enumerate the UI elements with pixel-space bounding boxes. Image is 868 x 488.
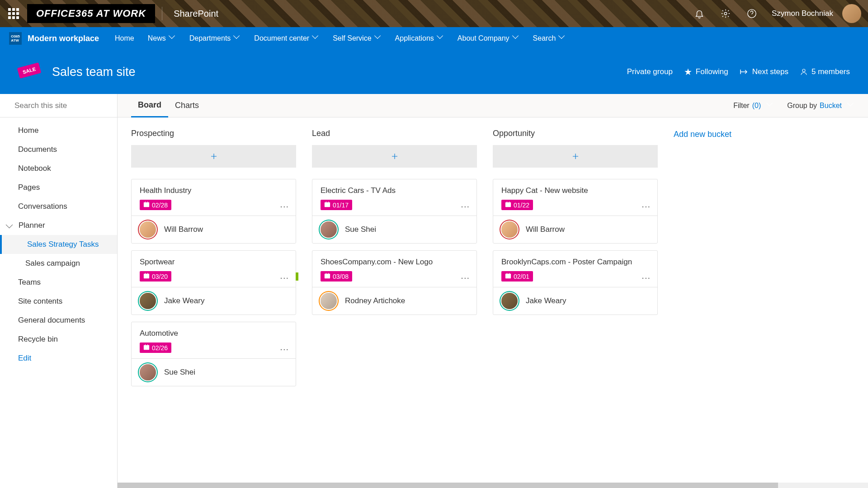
svg-rect-5 [144,274,149,279]
tab-bar: Board Charts Filter (0) Group by Bucket [118,94,868,117]
task-assignee[interactable]: Jake Weary [132,287,296,314]
task-card[interactable]: Health Industry02/28···Will Barrow [131,179,296,244]
search-input[interactable] [14,101,110,110]
group-by-button[interactable]: Group by Bucket [787,102,854,110]
hub-link-self-service[interactable]: Self Service [326,27,388,50]
bucket: ProspectingHealth Industry02/28···Will B… [131,129,296,393]
task-title: Happy Cat - New website [501,186,649,195]
task-assignee[interactable]: Sue Shei [312,216,476,243]
task-card[interactable]: Electric Cars - TV Ads01/17···Sue Shei [312,179,477,244]
svg-rect-6 [144,345,149,350]
hub-nav: O365ATW Modern workplace HomeNewsDepartm… [0,27,868,50]
members-button[interactable]: 5 members [800,67,850,76]
chevron-down-icon [559,35,566,42]
task-card[interactable]: ShoesCompany.com - New Logo03/08···Rodne… [312,250,477,315]
task-menu-button[interactable]: ··· [461,272,470,283]
next-steps-button[interactable]: Next steps [740,67,788,76]
hub-link-about-company[interactable]: About Company [451,27,526,50]
task-due-date: 03/08 [321,271,352,282]
assignee-avatar [501,221,518,238]
add-task-button[interactable] [131,145,296,168]
user-avatar[interactable] [842,4,861,23]
nav-item-general-documents[interactable]: General documents [0,311,117,330]
nav-item-pages[interactable]: Pages [0,178,117,197]
task-menu-button[interactable]: ··· [642,272,651,283]
hub-title[interactable]: Modern workplace [28,34,99,43]
help-icon[interactable] [741,3,763,24]
task-card[interactable]: Automotive02/26···Sue Shei [131,322,296,386]
task-due-date: 03/20 [140,271,171,282]
nav-item-edit[interactable]: Edit [0,349,117,368]
assignee-avatar [140,221,156,238]
add-task-button[interactable] [493,145,658,168]
assignee-name: Jake Weary [526,296,566,305]
svg-rect-9 [505,202,511,207]
hub-logo[interactable]: O365ATW [9,32,22,45]
nav-item-home[interactable]: Home [0,121,117,140]
suite-bar: OFFICE365 AT WORK SharePoint Szymon Boch… [0,0,868,27]
bucket-title[interactable]: Lead [312,129,477,138]
tab-charts[interactable]: Charts [168,94,206,117]
task-assignee[interactable]: Sue Shei [132,358,296,386]
assignee-avatar [321,293,337,309]
chevron-down-icon [848,103,854,109]
task-card[interactable]: Happy Cat - New website01/22···Will Barr… [493,179,658,244]
task-assignee[interactable]: Will Barrow [132,216,296,243]
assignee-avatar [321,221,337,238]
hub-link-document-center[interactable]: Document center [247,27,326,50]
calendar-icon [505,201,511,209]
left-nav: HomeDocumentsNotebookPagesConversationsP… [0,94,118,488]
nav-item-recycle-bin[interactable]: Recycle bin [0,330,117,349]
nav-item-planner[interactable]: Planner [0,216,117,235]
hub-link-news[interactable]: News [141,27,183,50]
hub-link-applications[interactable]: Applications [388,27,451,50]
task-assignee[interactable]: Rodney Artichoke [312,287,476,314]
bucket-title[interactable]: Opportunity [493,129,658,138]
chevron-down-icon [438,35,444,42]
task-menu-button[interactable]: ··· [280,201,289,211]
hub-link-search[interactable]: Search [526,27,573,50]
filter-button[interactable]: Filter (0) [733,102,774,110]
nav-item-documents[interactable]: Documents [0,140,117,159]
plus-icon [571,152,580,160]
task-menu-button[interactable]: ··· [280,272,289,283]
user-name[interactable]: Szymon Bochniak [767,9,838,18]
app-name[interactable]: SharePoint [162,7,230,20]
task-title: Sportwear [140,258,288,267]
hub-link-home[interactable]: Home [108,27,141,50]
task-assignee[interactable]: Will Barrow [493,216,657,243]
nav-item-notebook[interactable]: Notebook [0,159,117,178]
task-assignee[interactable]: Jake Weary [493,287,657,314]
task-menu-button[interactable]: ··· [642,201,651,211]
nav-item-sales-strategy-tasks[interactable]: Sales Strategy Tasks [0,235,117,254]
app-launcher-icon[interactable] [0,0,27,27]
task-card[interactable]: Sportwear03/20···Jake Weary [131,250,296,315]
search-box[interactable] [0,94,117,117]
task-due-date: 02/01 [501,271,533,282]
horizontal-scrollbar[interactable] [118,483,868,488]
chevron-down-icon [313,35,319,42]
add-task-button[interactable] [312,145,477,168]
bucket-title[interactable]: Prospecting [131,129,296,138]
task-menu-button[interactable]: ··· [461,201,470,211]
notifications-icon[interactable] [689,3,710,24]
nav-item-conversations[interactable]: Conversations [0,197,117,216]
settings-icon[interactable] [715,3,736,24]
svg-rect-4 [144,202,149,207]
task-card[interactable]: BrooklynCaps.com - Poster Campaign02/01·… [493,250,658,315]
hub-link-departments[interactable]: Departments [183,27,248,50]
site-title[interactable]: Sales team site [52,65,136,79]
following-button[interactable]: ★Following [684,66,728,77]
task-title: Automotive [140,329,288,338]
site-logo[interactable] [18,63,43,81]
tab-board[interactable]: Board [131,94,168,117]
task-menu-button[interactable]: ··· [280,344,289,354]
nav-item-teams[interactable]: Teams [0,273,117,292]
calendar-icon [505,272,511,280]
nav-item-site-contents[interactable]: Site contents [0,292,117,311]
add-bucket-button[interactable]: Add new bucket [674,129,731,139]
chevron-down-icon [767,103,774,109]
assignee-name: Sue Shei [345,225,376,234]
svg-rect-7 [325,202,330,207]
nav-item-sales-campaign[interactable]: Sales campaign [0,254,117,273]
